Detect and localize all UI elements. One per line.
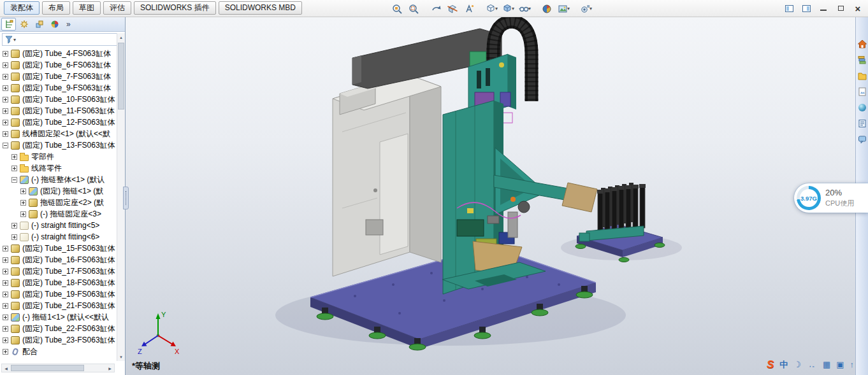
filter-input[interactable] <box>17 35 120 44</box>
tree-item[interactable]: (-) straight fitting<6> <box>0 231 117 243</box>
custom-properties-button[interactable] <box>857 118 867 129</box>
tab-solidworks-mbd[interactable]: SOLIDWORKS MBD <box>219 1 302 15</box>
minimize-button[interactable] <box>817 3 830 14</box>
pane-left-button[interactable] <box>783 3 795 14</box>
collapse-icon[interactable] <box>3 143 8 148</box>
filter-dropdown-icon[interactable]: ▾ <box>13 37 16 43</box>
performance-widget[interactable]: 3.97G 20% CPU使用 <box>794 183 868 213</box>
hide-show-items-button[interactable]: ▾ <box>516 1 533 16</box>
tree-item[interactable]: (固定) Tube_4-FS063缸体 <box>0 48 117 59</box>
expand-icon[interactable] <box>11 166 17 171</box>
panel-expand-chevron[interactable]: » <box>66 20 71 29</box>
tree-item[interactable]: (固定) Tube_12-FS063缸体 <box>0 117 117 128</box>
collapse-icon[interactable] <box>11 177 17 183</box>
reference-triad[interactable]: Y X Z <box>137 309 182 357</box>
ime-expand-icon[interactable]: ↑ <box>850 360 855 369</box>
section-view-button[interactable] <box>444 1 461 16</box>
tree-item[interactable]: (-) 拖链整体<1> (默认 <box>0 174 117 185</box>
expand-icon[interactable] <box>3 303 8 309</box>
ime-lang-icon[interactable]: 中 <box>779 360 788 369</box>
view-settings-button[interactable]: ▾ <box>577 1 594 16</box>
expand-icon[interactable] <box>3 51 8 57</box>
tree-item[interactable]: (固定) Tube_22-FS063缸体 <box>0 323 117 334</box>
scroll-down-arrow[interactable]: ▼ <box>117 353 125 361</box>
expand-icon[interactable] <box>3 315 8 320</box>
expand-icon[interactable] <box>3 257 8 263</box>
tree-item[interactable]: (固定) 拖链<1> (默 <box>0 185 117 197</box>
close-button[interactable]: × <box>851 3 864 14</box>
tree-item[interactable]: (固定) Tube_17-FS063缸体 <box>0 265 117 277</box>
tab-propertymanager[interactable] <box>17 18 31 31</box>
tab-featuremanager-tree[interactable] <box>1 18 16 31</box>
tree-item[interactable]: (固定) Tube_6-FS063缸体 <box>0 59 117 71</box>
display-style-button[interactable]: ▾ <box>500 1 516 16</box>
tree-item[interactable]: (固定) Tube_23-FS063缸体 <box>0 334 117 346</box>
expand-icon[interactable] <box>20 211 26 217</box>
tab-evaluate[interactable]: 评估 <box>103 1 131 15</box>
appearances-scenes-button[interactable] <box>857 103 867 113</box>
tree-item[interactable]: 零部件 <box>0 151 117 162</box>
3d-model[interactable] <box>126 17 855 375</box>
expand-icon[interactable] <box>3 108 8 114</box>
tree-item[interactable]: (固定) Tube_15-FS063缸体 <box>0 243 117 254</box>
solidworks-resources-button[interactable] <box>857 39 867 49</box>
ime-halfwidth-icon[interactable]: ☽ <box>793 360 801 369</box>
expand-icon[interactable] <box>3 85 8 91</box>
sogou-logo-icon[interactable]: S <box>767 359 774 370</box>
tree-horizontal-scrollbar[interactable]: ◀ ▶ <box>1 364 115 372</box>
file-explorer-button[interactable] <box>857 71 867 81</box>
expand-icon[interactable] <box>20 200 26 206</box>
expand-icon[interactable] <box>11 154 17 160</box>
expand-icon[interactable] <box>3 74 8 80</box>
tree-item[interactable]: (固定) Tube_18-FS063缸体 <box>0 277 117 288</box>
apply-scene-button[interactable]: ▾ <box>555 1 572 16</box>
ime-keyboard-icon[interactable]: ▦ <box>823 360 830 369</box>
restore-button[interactable] <box>834 3 847 14</box>
tree-item[interactable]: 拖链固定座<2> (默 <box>0 197 117 208</box>
tree-item[interactable]: (固定) Tube_11-FS063缸体 <box>0 105 117 117</box>
tree-item[interactable]: (-) straight fitting<5> <box>0 220 117 231</box>
expand-icon[interactable] <box>3 280 8 286</box>
tree-item[interactable]: (固定) Tube_13-FS063缸体 <box>0 139 117 151</box>
graphics-viewport[interactable]: Y X Z *等轴测 <box>126 17 855 375</box>
tab-configurationmanager[interactable] <box>32 18 47 31</box>
expand-icon[interactable] <box>3 131 8 137</box>
tab-solidworks-addins[interactable]: SOLIDWORKS 插件 <box>134 1 216 15</box>
expand-icon[interactable] <box>3 120 8 125</box>
expand-icon[interactable] <box>3 349 8 355</box>
scroll-left-arrow[interactable]: ◀ <box>2 364 10 372</box>
expand-icon[interactable] <box>3 97 8 103</box>
ime-toolbox-icon[interactable]: ▣ <box>836 360 844 369</box>
expand-icon[interactable] <box>3 292 8 297</box>
tree-item[interactable]: (固定) Tube_10-FS063缸体 <box>0 94 117 105</box>
dynamic-annotation-button[interactable] <box>461 1 477 16</box>
scroll-thumb[interactable] <box>11 365 84 371</box>
expand-icon[interactable] <box>11 234 17 240</box>
tree-item[interactable]: 线路零件 <box>0 162 117 174</box>
tree-item[interactable]: (固定) Tube_16-FS063缸体 <box>0 254 117 265</box>
expand-icon[interactable] <box>3 269 8 274</box>
scroll-thumb[interactable] <box>118 43 124 110</box>
filter-funnel-icon[interactable] <box>4 35 13 44</box>
pane-right-button[interactable] <box>800 3 813 14</box>
tab-displaymanager[interactable] <box>47 18 62 31</box>
tree-item[interactable]: (固定) Tube_21-FS063缸体 <box>0 300 117 311</box>
tree-item[interactable]: (固定) Tube_19-FS063缸体 <box>0 288 117 300</box>
edit-appearance-button[interactable] <box>539 1 555 16</box>
tree-item[interactable]: 线槽固定架<1> (默认<<默 <box>0 128 117 139</box>
view-palette-button[interactable] <box>857 87 867 97</box>
tab-assembly[interactable]: 装配体 <box>4 1 40 15</box>
zoom-to-area-button[interactable] <box>405 1 422 16</box>
tree-item[interactable]: (固定) Tube_9-FS063缸体 <box>0 82 117 94</box>
tree-item[interactable]: (-) 拖链固定座<3> <box>0 208 117 220</box>
zoom-to-fit-button[interactable] <box>389 1 405 16</box>
scroll-right-arrow[interactable]: ▶ <box>106 364 114 372</box>
design-library-button[interactable] <box>857 55 867 65</box>
previous-view-button[interactable] <box>428 1 444 16</box>
scroll-up-arrow[interactable]: ▲ <box>117 33 125 41</box>
tree-item-mates[interactable]: 配合 <box>0 346 117 357</box>
solidworks-forum-button[interactable] <box>857 134 867 145</box>
expand-icon[interactable] <box>3 246 8 251</box>
panel-splitter-handle[interactable] <box>123 187 129 209</box>
tab-sketch[interactable]: 草图 <box>73 1 101 15</box>
